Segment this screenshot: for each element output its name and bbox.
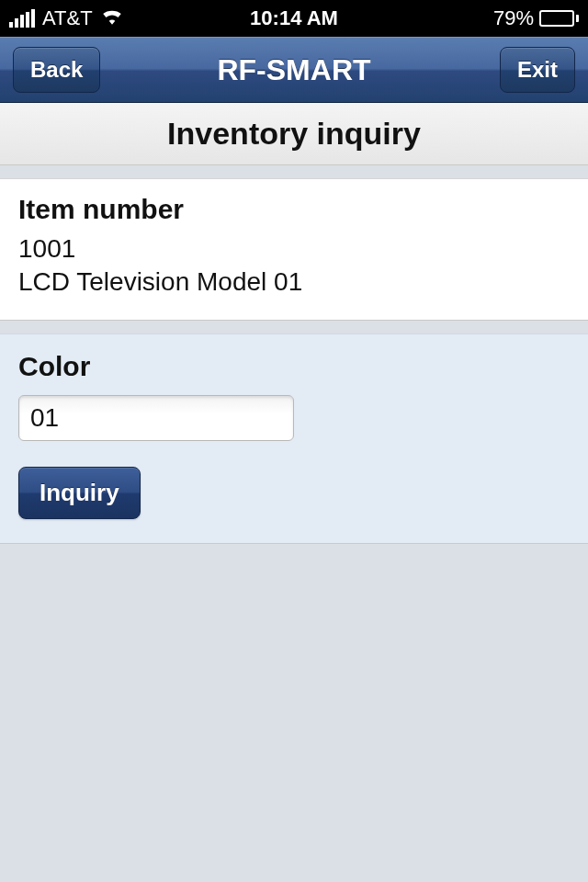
status-bar: AT&T 10:14 AM 79% bbox=[0, 0, 588, 37]
color-label: Color bbox=[18, 351, 570, 382]
back-button[interactable]: Back bbox=[13, 47, 100, 93]
battery-percent: 79% bbox=[493, 6, 534, 30]
color-input[interactable] bbox=[18, 395, 294, 441]
status-right: 79% bbox=[389, 6, 579, 30]
item-section: Item number 1001 LCD Television Model 01 bbox=[0, 178, 588, 321]
inquiry-button[interactable]: Inquiry bbox=[18, 467, 141, 519]
wifi-icon bbox=[100, 6, 124, 30]
nav-bar: Back RF-SMART Exit bbox=[0, 37, 588, 103]
status-left: AT&T bbox=[9, 6, 199, 30]
item-number-label: Item number bbox=[18, 194, 570, 225]
page-header: Inventory inquiry bbox=[0, 103, 588, 165]
exit-button[interactable]: Exit bbox=[500, 47, 575, 93]
color-section: Color Inquiry bbox=[0, 334, 588, 544]
item-number-value: 1001 bbox=[18, 232, 570, 266]
page-title: Inventory inquiry bbox=[0, 116, 588, 152]
status-time: 10:14 AM bbox=[199, 6, 390, 30]
battery-icon bbox=[539, 10, 579, 27]
signal-icon bbox=[9, 9, 35, 28]
carrier-label: AT&T bbox=[42, 6, 93, 30]
item-description: LCD Television Model 01 bbox=[18, 266, 570, 299]
